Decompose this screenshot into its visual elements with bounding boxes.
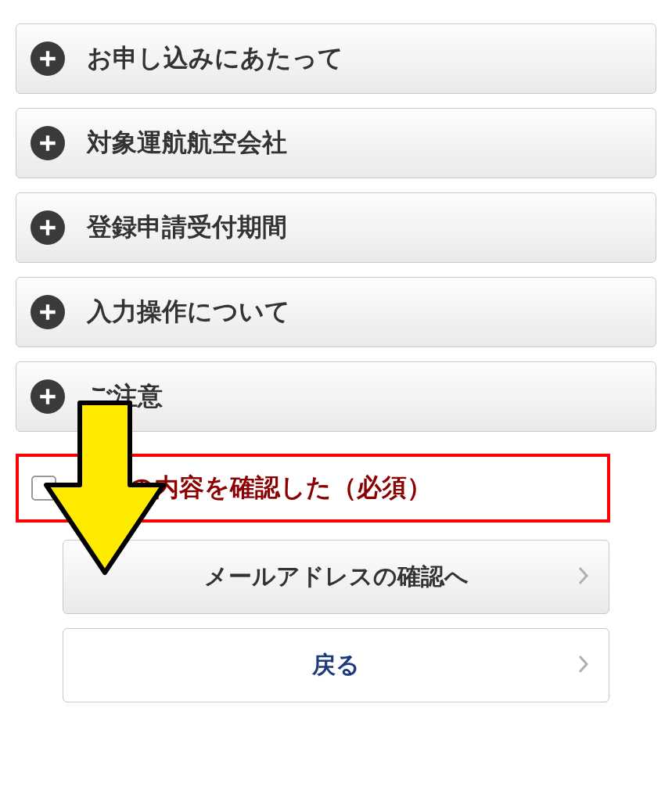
form-container: お申し込みにあたって 対象運航航空会社 登録申請受付期間 入力操作について ご注… (16, 23, 656, 702)
chevron-right-icon (577, 654, 590, 677)
back-button-label: 戻る (312, 649, 360, 681)
accordion-item-input[interactable]: 入力操作について (16, 277, 656, 347)
next-button-label: メールアドレスの確認へ (204, 561, 469, 593)
plus-icon (31, 41, 65, 76)
accordion-item-application[interactable]: お申し込みにあたって (16, 23, 656, 94)
accordion-label: ご注意 (87, 379, 163, 414)
plus-icon (31, 295, 65, 329)
accordion-item-period[interactable]: 登録申請受付期間 (16, 192, 656, 263)
chevron-right-icon (577, 566, 590, 589)
accordion-item-airlines[interactable]: 対象運航航空会社 (16, 108, 656, 178)
accordion-label: 入力操作について (87, 295, 290, 329)
plus-icon (31, 379, 65, 414)
accordion-item-caution[interactable]: ご注意 (16, 361, 656, 432)
next-button[interactable]: メールアドレスの確認へ (63, 540, 609, 614)
confirm-checkbox[interactable] (31, 476, 56, 501)
confirm-label: 以上の内容を確認した（必須） (78, 471, 432, 505)
plus-icon (31, 126, 65, 160)
accordion-label: 登録申請受付期間 (87, 210, 287, 245)
plus-icon (31, 210, 65, 245)
back-button[interactable]: 戻る (63, 628, 609, 702)
accordion-label: お申し込みにあたって (87, 41, 343, 76)
confirm-checkbox-row: 以上の内容を確認した（必須） (16, 454, 610, 523)
accordion-label: 対象運航航空会社 (87, 126, 287, 160)
